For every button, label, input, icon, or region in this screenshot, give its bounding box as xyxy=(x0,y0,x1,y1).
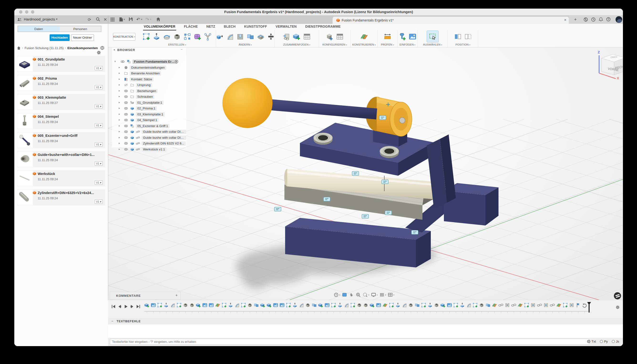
expander-icon[interactable]: ▸ xyxy=(119,78,120,80)
press-pull-icon[interactable] xyxy=(215,32,224,41)
data-panel-item[interactable]: 001_Grundplatte11.11.25 09:24V1 ▾ xyxy=(17,56,105,72)
timeline-op-al[interactable] xyxy=(518,302,523,308)
close-panel-icon[interactable]: ✕ xyxy=(104,17,107,22)
browser-row[interactable]: ▸Guide bushe with collar DIN... xyxy=(112,129,186,135)
joint-table-icon[interactable] xyxy=(302,32,312,41)
timeline-op-ex[interactable] xyxy=(228,302,233,308)
timeline-op-sk[interactable] xyxy=(453,302,458,308)
ribbon-group-label[interactable]: EINFÜGEN▾ xyxy=(400,43,415,47)
redo-caret-icon[interactable]: ▾ xyxy=(150,18,152,20)
tab-daten[interactable]: Daten xyxy=(18,26,60,32)
ribbon-tab-dienstprogramme[interactable]: DIENSTPROGRAMME xyxy=(305,24,340,30)
save-icon[interactable] xyxy=(129,17,133,21)
model-clampplate[interactable] xyxy=(300,123,434,176)
ribbon-group-label[interactable]: POSITION▾ xyxy=(456,43,470,47)
ribbon-tab-netz[interactable]: NETZ xyxy=(206,24,215,30)
hole-icon[interactable] xyxy=(172,32,182,41)
radio-icon[interactable] xyxy=(612,340,615,343)
move-icon[interactable] xyxy=(266,32,276,41)
grid-settings-icon[interactable]: ▾ xyxy=(379,292,386,298)
browser-row[interactable]: ▸Benannte Ansichten xyxy=(112,71,186,76)
file-menu-caret-icon[interactable]: ▾ xyxy=(124,18,125,20)
timeline-op-ln[interactable] xyxy=(498,302,504,308)
eye-icon[interactable] xyxy=(124,147,128,151)
timeline-op-jt[interactable] xyxy=(530,302,536,308)
show-data-panel-icon[interactable] xyxy=(110,18,115,22)
timeline-op-ex[interactable] xyxy=(395,302,400,308)
form-icon[interactable] xyxy=(193,32,202,41)
redo-icon[interactable]: ↷ xyxy=(146,17,149,22)
timeline-op-ex[interactable] xyxy=(337,302,342,308)
browser-row-label[interactable]: Guide bushe with collar DIN... xyxy=(142,136,186,140)
expander-icon[interactable]: ▸ xyxy=(119,148,120,151)
eye-icon[interactable] xyxy=(124,136,128,140)
eye-icon[interactable] xyxy=(124,130,128,134)
timeline-go-end-button[interactable] xyxy=(136,304,141,309)
ribbon-group-label[interactable]: PRÜFEN▾ xyxy=(381,43,394,47)
browser-row[interactable]: ▸03_Klemmplatte:1 xyxy=(112,112,186,117)
timeline-op-sk[interactable] xyxy=(157,302,162,308)
config-table-icon[interactable] xyxy=(335,32,345,41)
mode-txt[interactable]: Txt xyxy=(587,340,596,343)
browser-collapse-icon[interactable]: ◂ xyxy=(114,48,115,51)
timeline-op-cm[interactable] xyxy=(312,302,317,308)
shell-icon[interactable] xyxy=(235,32,245,41)
radio-icon[interactable] xyxy=(600,340,603,343)
radio-icon[interactable] xyxy=(587,340,590,343)
browser-row-label[interactable]: Guide bushe with collar DIN... xyxy=(142,130,186,134)
timeline-op-sk[interactable] xyxy=(389,302,394,308)
timeline-op-sk[interactable] xyxy=(524,302,529,308)
eye-icon[interactable] xyxy=(124,89,128,93)
expander-icon[interactable]: ▸ xyxy=(119,112,120,116)
ribbon-group-label[interactable]: KONFIGURIEREN▾ xyxy=(322,43,347,47)
extrude-icon[interactable] xyxy=(152,32,162,41)
timeline-op-cp[interactable] xyxy=(196,302,201,308)
timeline-op-im[interactable] xyxy=(376,302,381,308)
eye-icon[interactable] xyxy=(124,100,128,105)
capture-position-icon[interactable] xyxy=(453,32,462,41)
timeline-op-al[interactable] xyxy=(492,302,497,308)
joint-marker[interactable] xyxy=(324,197,330,201)
expander-icon[interactable]: ▸ xyxy=(119,118,120,121)
eye-icon[interactable] xyxy=(124,141,128,146)
fillet-icon[interactable] xyxy=(225,32,234,41)
model-handle-ball[interactable] xyxy=(222,78,272,128)
breadcrumb-folder[interactable]: Fusion Schulung (11.11.25) xyxy=(24,46,64,50)
timeline-op-fl[interactable] xyxy=(466,302,471,308)
timeline-op-al[interactable] xyxy=(382,302,388,308)
timeline-op-ho[interactable] xyxy=(479,302,484,308)
timeline-op-cp[interactable] xyxy=(260,302,265,308)
expander-icon[interactable]: ▸ xyxy=(119,130,120,133)
eye-icon[interactable] xyxy=(124,106,128,110)
ribbon-tab-blech[interactable]: BLECH xyxy=(224,24,236,30)
construction-dropdown[interactable]: KONSTRUKTION▾ xyxy=(113,33,136,40)
browser-row-label[interactable]: Benannte Ansichten xyxy=(130,71,161,76)
expander-icon[interactable]: ▸ xyxy=(119,66,120,69)
browser-row[interactable]: ▸Kontakt: Sätze xyxy=(112,77,186,82)
timeline-op-sk[interactable] xyxy=(421,302,426,308)
item-version-dropdown[interactable]: V1 ▾ xyxy=(95,200,103,204)
pattern-icon[interactable] xyxy=(182,32,192,41)
canvas-icon[interactable] xyxy=(408,32,418,41)
model-bushing-2[interactable] xyxy=(380,146,399,158)
undo-caret-icon[interactable]: ▾ xyxy=(141,18,142,20)
add-comment-icon[interactable]: + xyxy=(176,293,178,298)
revolve-icon[interactable] xyxy=(162,32,172,41)
timeline-op-sk[interactable] xyxy=(222,302,227,308)
timeline-op-cp[interactable] xyxy=(318,302,323,308)
help-icon[interactable]: ? xyxy=(606,17,610,22)
mode-py[interactable]: Py xyxy=(600,340,608,343)
timeline-op-cm[interactable] xyxy=(414,302,420,308)
timeline-playhead[interactable] xyxy=(587,302,592,313)
ribbon-group-label[interactable]: ZUSAMMENFÜGEN▾ xyxy=(283,43,310,47)
timeline-op-im[interactable] xyxy=(208,302,214,308)
new-component-icon[interactable] xyxy=(292,32,302,41)
item-version-dropdown[interactable]: V1 ▾ xyxy=(95,85,103,90)
expander-icon[interactable]: ▸ xyxy=(119,136,120,139)
ribbon-tab-fläche[interactable]: FLÄCHE xyxy=(184,24,198,30)
notifications-bell-icon[interactable] xyxy=(599,17,603,22)
browser-row[interactable]: ▸Ursprung xyxy=(112,82,186,88)
eye-icon[interactable] xyxy=(124,118,128,122)
data-panel-item[interactable]: 002_Prisma11.11.25 09:24V1 ▾ xyxy=(17,75,105,91)
item-version-dropdown[interactable]: V1 ▾ xyxy=(95,104,103,108)
